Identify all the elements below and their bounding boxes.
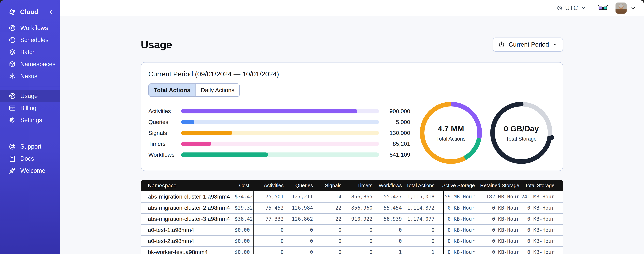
sidebar-item-label: Billing xyxy=(20,104,36,112)
sidebar-item-settings[interactable]: Settings xyxy=(0,114,60,126)
sidebar-item-label: Settings xyxy=(20,116,42,124)
active-storage-cell: 0 KB-Hour xyxy=(440,249,475,254)
usage-bar-row: Activities 900,000 xyxy=(148,109,410,114)
namespace-link[interactable]: a0-test-2.a98mm4 xyxy=(148,238,194,244)
sidebar: Cloud Workflows Schedules xyxy=(0,0,60,254)
timers-cell: 0 xyxy=(342,227,372,233)
total-storage-cell: 0 KB-Hour xyxy=(519,227,554,233)
table-row: a0-test-1.a98mm4 $0.00 0 0 0 0 0 0 0 KB-… xyxy=(141,224,563,235)
signals-cell: 0 xyxy=(313,238,342,244)
batch-icon xyxy=(9,48,16,56)
active-storage-cell: 0 KB-Hour xyxy=(440,205,475,211)
retained-storage-cell: 182 MB-Hour xyxy=(475,194,519,200)
namespaces-icon xyxy=(9,61,16,68)
schedules-icon xyxy=(9,36,16,44)
bar-track xyxy=(181,120,379,124)
sidebar-item-label: Support xyxy=(20,143,42,150)
current-period-card: Current Period (09/01/2024 — 10/01/2024)… xyxy=(141,62,563,171)
namespace-link[interactable]: abs-migration-cluster-3.a98mm4 xyxy=(148,216,230,222)
temporal-cloud-logo-icon xyxy=(9,8,16,16)
column-header-active-storage: Active Storage xyxy=(440,183,475,188)
column-header-timers: Timers xyxy=(342,183,372,188)
namespace-usage-table: Namespace Cost Activities Queries Signal… xyxy=(141,180,563,254)
retained-storage-cell: 0 KB-Hour xyxy=(475,205,519,211)
sidebar-item-namespaces[interactable]: Namespaces xyxy=(0,58,60,70)
sidebar-nav-account: Usage Billing Settings xyxy=(0,90,60,126)
sidebar-item-welcome[interactable]: Welcome xyxy=(0,165,60,177)
namespace-link[interactable]: abs-migration-cluster-2.a98mm4 xyxy=(148,204,230,211)
user-menu[interactable] xyxy=(616,2,636,14)
bar-track xyxy=(181,142,379,146)
signals-cell: 22 xyxy=(313,216,342,222)
total-actions-cell: 0 xyxy=(402,227,434,233)
retained-storage-cell: 0 KB-Hour xyxy=(475,249,519,254)
timezone-selector[interactable]: UTC xyxy=(557,4,586,12)
bar-fill xyxy=(181,120,194,124)
namespace-link[interactable]: abs-migration-cluster-1.a98mm4 xyxy=(148,193,230,200)
signals-cell: 0 xyxy=(313,249,342,254)
activities-cell: 77,332 xyxy=(254,216,284,222)
table-group-divider xyxy=(254,180,254,254)
total-actions-cell: 1 xyxy=(402,249,434,254)
total-actions-cell: 1,114,872 xyxy=(402,205,434,211)
table-row: abs-migration-cluster-2.a98mm4 $29.32 75… xyxy=(141,202,563,213)
sidebar-item-support[interactable]: Support xyxy=(0,140,60,153)
sidebar-item-label: Schedules xyxy=(20,36,48,44)
total-actions-cell: 1,174,077 xyxy=(402,216,434,222)
chevron-down-icon xyxy=(630,5,636,11)
app-window: Cloud Workflows Schedules xyxy=(0,0,644,254)
signals-cell: 0 xyxy=(313,227,342,233)
sidebar-divider xyxy=(0,130,60,130)
namespace-link[interactable]: bk-worker-test.a98mm4 xyxy=(148,249,208,254)
donut-cap xyxy=(519,102,524,106)
collapse-sidebar-icon[interactable] xyxy=(48,9,54,15)
cost-cell: $38.42 xyxy=(235,216,254,222)
sidebar-item-docs[interactable]: Docs xyxy=(0,153,60,165)
bar-track xyxy=(181,152,379,157)
sidebar-item-nexus[interactable]: Nexus xyxy=(0,70,60,82)
sidebar-item-billing[interactable]: Billing xyxy=(0,102,60,114)
bar-value: 85,201 xyxy=(379,140,410,147)
timers-cell: 910,922 xyxy=(342,216,372,222)
bar-value: 541,109 xyxy=(379,152,410,158)
table-row: a0-test-2.a98mm4 $0.00 0 0 0 0 0 0 0 KB-… xyxy=(141,235,563,246)
settings-icon xyxy=(9,116,16,124)
sidebar-item-label: Docs xyxy=(20,155,34,162)
column-header-activities: Activities xyxy=(254,183,284,188)
bar-track xyxy=(181,131,379,135)
bar-fill xyxy=(181,142,211,146)
period-selector-button[interactable]: Current Period xyxy=(493,38,563,52)
sidebar-header-label: Cloud xyxy=(20,8,38,16)
activities-cell: 75,501 xyxy=(254,194,284,200)
usage-bar-row: Workflows 541,109 xyxy=(148,152,410,157)
bar-fill xyxy=(181,152,268,157)
actions-tabs: Total Actions Daily Actions xyxy=(148,84,240,97)
tab-total-actions[interactable]: Total Actions xyxy=(149,84,196,96)
nexus-icon xyxy=(9,73,16,80)
total-actions-cell: 0 xyxy=(402,238,434,244)
column-header-total-storage: Total Storage xyxy=(519,183,554,188)
timers-cell: 0 xyxy=(342,238,372,244)
total-storage-cell: 0 KB-Hour xyxy=(519,249,554,254)
total-storage-cell: 0 KB-Hour xyxy=(519,205,554,211)
sidebar-item-schedules[interactable]: Schedules xyxy=(0,34,60,46)
sidebar-item-workflows[interactable]: Workflows xyxy=(0,22,60,34)
activities-cell: 75,452 xyxy=(254,205,284,211)
bar-label: Activities xyxy=(148,108,181,114)
workflows-cell: 55,454 xyxy=(372,205,402,211)
namespace-link[interactable]: a0-test-1.a98mm4 xyxy=(148,227,194,233)
sidebar-item-label: Workflows xyxy=(20,24,48,32)
column-header-signals: Signals xyxy=(313,183,342,188)
tab-daily-actions[interactable]: Daily Actions xyxy=(196,84,239,96)
total-storage-cell: 0 KB-Hour xyxy=(519,238,554,244)
queries-cell: 126,984 xyxy=(284,205,313,211)
usage-icon xyxy=(9,92,16,100)
donut-center: 0 GB/Day Total Storage xyxy=(495,106,548,159)
sidebar-item-usage[interactable]: Usage xyxy=(0,90,60,102)
feedback-glasses-button[interactable] xyxy=(598,4,608,12)
column-header-workflows: Workflows xyxy=(372,183,402,188)
bar-fill xyxy=(181,131,232,135)
sidebar-item-batch[interactable]: Batch xyxy=(0,46,60,58)
queries-cell: 127,211 xyxy=(284,194,313,200)
bar-label: Queries xyxy=(148,119,181,125)
